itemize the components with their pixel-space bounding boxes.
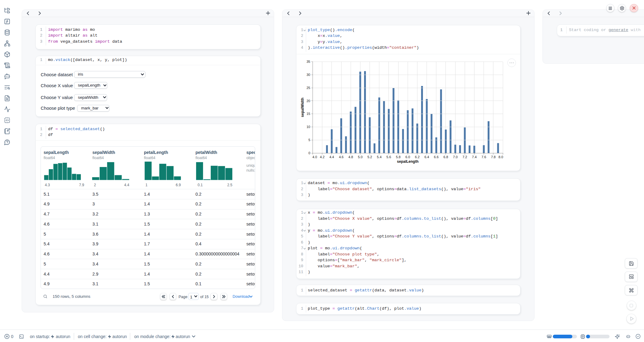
svg-text:5.6: 5.6	[386, 155, 391, 159]
svg-text:30: 30	[306, 73, 310, 77]
svg-text:20: 20	[306, 99, 310, 103]
svg-text:4.8: 4.8	[349, 155, 353, 159]
svg-text:7.0: 7.0	[453, 155, 457, 159]
svg-text:5.2: 5.2	[367, 155, 372, 159]
svg-text:7.8: 7.8	[491, 155, 496, 159]
svg-text:4.0: 4.0	[313, 155, 317, 159]
svg-text:4.6: 4.6	[339, 155, 343, 159]
svg-text:35: 35	[306, 60, 310, 63]
svg-text:8.0: 8.0	[499, 155, 503, 159]
svg-text:5: 5	[308, 138, 310, 142]
svg-text:25: 25	[306, 86, 310, 90]
svg-text:15: 15	[306, 112, 310, 116]
svg-text:7.4: 7.4	[472, 155, 477, 159]
svg-text:10: 10	[306, 125, 310, 129]
svg-text:4.2: 4.2	[320, 155, 324, 159]
svg-text:0: 0	[308, 151, 310, 155]
svg-text:7.2: 7.2	[463, 155, 467, 159]
svg-text:6.8: 6.8	[443, 155, 448, 159]
svg-text:6.4: 6.4	[424, 155, 429, 159]
svg-text:7.6: 7.6	[481, 155, 486, 159]
svg-text:sepalWidth: sepalWidth	[301, 98, 305, 117]
svg-text:5.0: 5.0	[358, 155, 363, 159]
svg-text:4.4: 4.4	[329, 155, 334, 159]
svg-text:5.8: 5.8	[396, 155, 400, 159]
svg-text:sepalLength: sepalLength	[397, 159, 419, 164]
svg-text:6.2: 6.2	[415, 155, 420, 159]
svg-text:6.6: 6.6	[434, 155, 438, 159]
svg-text:5.4: 5.4	[377, 155, 381, 159]
svg-text:6.0: 6.0	[406, 155, 410, 159]
